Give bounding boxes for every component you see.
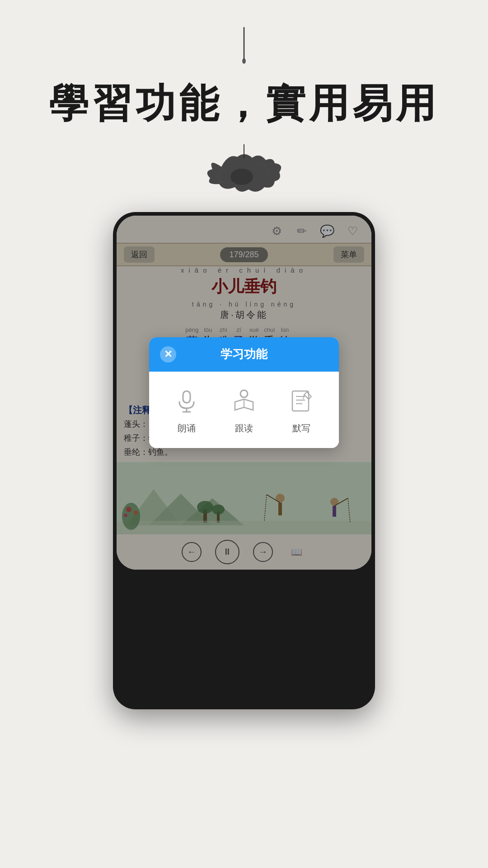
follow-option[interactable]: 跟读 (228, 385, 260, 434)
recite-option[interactable]: 朗诵 (171, 385, 202, 434)
person-read-icon (228, 385, 260, 417)
microphone-icon (171, 385, 202, 417)
modal-overlay[interactable]: ✕ 学习功能 (117, 216, 371, 570)
dictation-option[interactable]: 默写 (286, 385, 317, 434)
svg-rect-30 (292, 391, 309, 411)
phone-mockup: ⚙ ✏ 💬 ♡ 返回 179/285 菜单 xiāo ér chuí diào … (113, 212, 375, 709)
modal-title: 学习功能 (183, 346, 305, 362)
recite-label: 朗诵 (178, 422, 196, 434)
write-icon (286, 385, 317, 417)
modal-header: ✕ 学习功能 (149, 337, 339, 372)
modal-close-button[interactable]: ✕ (160, 346, 176, 363)
main-title: 學習功能，實用易用 (49, 77, 439, 131)
svg-point-3 (230, 169, 253, 185)
ink-blob (194, 144, 294, 198)
svg-point-28 (240, 390, 248, 397)
dictation-label: 默写 (292, 422, 310, 434)
phone-screen: ⚙ ✏ 💬 ♡ 返回 179/285 菜单 xiāo ér chuí diào … (117, 216, 371, 570)
svg-rect-25 (183, 391, 190, 403)
ink-drop-top (230, 27, 258, 72)
svg-point-1 (242, 58, 246, 64)
learning-modal: ✕ 学习功能 (149, 337, 339, 448)
top-section: 學習功能，實用易用 (0, 0, 488, 212)
follow-label: 跟读 (235, 422, 253, 434)
svg-line-34 (303, 395, 304, 399)
modal-body: 朗诵 跟读 (149, 372, 339, 448)
